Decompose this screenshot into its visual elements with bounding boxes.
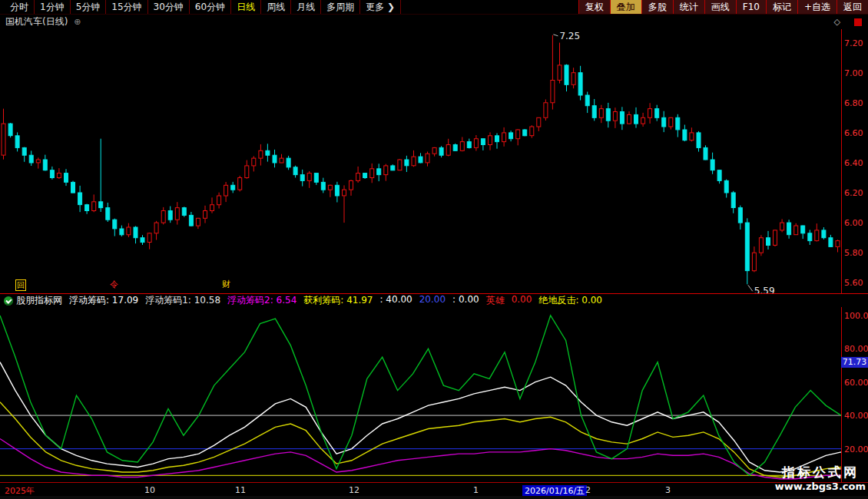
indicator-value-4: 获利筹码: 41.97 bbox=[303, 294, 373, 307]
menu-btn-8[interactable]: +自选 bbox=[797, 0, 837, 14]
indicator-value-3: 浮动筹码2: 6.54 bbox=[227, 294, 297, 307]
indicator-label-20.00: 20.00 bbox=[844, 444, 868, 454]
diamond-icon[interactable]: ◇ bbox=[834, 15, 840, 29]
indicator-last-value-badge: 71.73 bbox=[841, 357, 868, 368]
menubar: 分时1分钟5分钟15分钟30分钟60分钟日线周线月线多周期更多 ❯ 复权叠加多股… bbox=[0, 0, 868, 15]
menu-item-11[interactable]: 更多 ❯ bbox=[360, 0, 401, 14]
indicator-svg[interactable] bbox=[0, 307, 841, 482]
price-label-6.20: 6.20 bbox=[844, 188, 863, 198]
menu-btn-5[interactable]: 画线 bbox=[704, 0, 736, 14]
menu-btn-6[interactable]: F10 bbox=[736, 0, 766, 14]
time-axis: 2025年10111212026/01/16/五23 bbox=[0, 482, 868, 496]
menu-item-3[interactable]: 5分钟 bbox=[71, 0, 107, 14]
menu-item-10[interactable]: 多周期 bbox=[321, 0, 360, 14]
price-label-5.80: 5.80 bbox=[844, 248, 863, 258]
price-label-6.40: 6.40 bbox=[844, 158, 863, 168]
indicator-value-1: 浮动筹码: 17.09 bbox=[69, 294, 138, 307]
main-price-axis: 7.207.006.806.606.406.206.005.805.60 bbox=[841, 29, 868, 293]
time-axis-label-7: 2 bbox=[585, 485, 591, 495]
menu-item-4[interactable]: 15分钟 bbox=[106, 0, 147, 14]
time-axis-label-4: 12 bbox=[349, 485, 359, 495]
svg-text:7.25: 7.25 bbox=[559, 31, 580, 41]
indicator-header: 股朋指标网 浮动筹码: 17.09浮动筹码1: 10.58浮动筹码2: 6.54… bbox=[0, 293, 868, 307]
menu-btn-7[interactable]: 标记 bbox=[766, 0, 797, 14]
menu-item-9[interactable]: 月线 bbox=[291, 0, 321, 14]
indicator-value-5: : 40.00 bbox=[380, 294, 412, 307]
menu-item-6[interactable]: 60分钟 bbox=[190, 0, 231, 14]
indicator-value-6: 20.00 bbox=[419, 294, 446, 307]
menu-item-2[interactable]: 1分钟 bbox=[35, 0, 71, 14]
price-label-7.00: 7.00 bbox=[844, 68, 863, 78]
indicator-value-9: 0.00 bbox=[512, 294, 532, 307]
menu-btn-4[interactable]: 统计 bbox=[673, 0, 704, 14]
indicator-value-10: 绝地反击: 0.00 bbox=[538, 294, 602, 307]
menu-btn-9[interactable]: 返回 bbox=[837, 0, 868, 14]
menubar-right: 复权叠加多股统计画线F10标记+自选返回 bbox=[578, 0, 868, 14]
time-axis-label-1: 2025年 bbox=[5, 485, 35, 497]
indicator-values: 浮动筹码: 17.09浮动筹码1: 10.58浮动筹码2: 6.54获利筹码: … bbox=[69, 294, 602, 307]
time-axis-label-8: 3 bbox=[665, 485, 671, 495]
price-label-6.80: 6.80 bbox=[844, 98, 863, 108]
chart-markers: 回令财 bbox=[0, 278, 841, 292]
indicator-logo-icon bbox=[4, 296, 13, 306]
menu-item-1[interactable]: 分时 bbox=[5, 0, 35, 14]
stock-info-expand-icon[interactable]: ⊕ bbox=[74, 17, 81, 27]
time-axis-label-2: 10 bbox=[144, 485, 155, 495]
price-label-7.20: 7.20 bbox=[844, 38, 863, 48]
indicator-logo-text: 股朋指标网 bbox=[16, 294, 62, 307]
time-axis-label-3: 11 bbox=[235, 485, 246, 495]
bottom-strip bbox=[0, 496, 868, 499]
menu-item-7[interactable]: 日线 bbox=[231, 0, 261, 14]
indicator-label-100.0: 100.0 bbox=[844, 311, 868, 321]
indicator-value-8: 英雄 bbox=[486, 294, 505, 307]
menu-item-8[interactable]: 周线 bbox=[261, 0, 291, 14]
indicator-panel[interactable] bbox=[0, 307, 841, 482]
indicator-label-40.00: 40.00 bbox=[844, 411, 868, 421]
main-candlestick-chart[interactable]: 7.255.59 回令财 bbox=[0, 29, 841, 293]
axis-divider-line bbox=[841, 29, 842, 482]
chart-marker-3: 财 bbox=[222, 279, 230, 289]
chart-marker-1: 回 bbox=[15, 279, 26, 291]
indicator-label-80.00: 80.00 bbox=[844, 344, 868, 354]
watermark: 指标公式网 www.zbgs3.com bbox=[775, 464, 866, 493]
menubar-left: 分时1分钟5分钟15分钟30分钟60分钟日线周线月线多周期更多 ❯ bbox=[0, 0, 401, 14]
time-axis-label-5: 1 bbox=[473, 485, 479, 495]
menu-item-5[interactable]: 30分钟 bbox=[148, 0, 190, 14]
candlestick-svg[interactable]: 7.255.59 bbox=[0, 29, 841, 293]
titlebar: 国机汽车(日线) ⊕ ◇ bbox=[0, 15, 868, 29]
chart-marker-2: 令 bbox=[110, 279, 118, 289]
menu-btn-1[interactable]: 复权 bbox=[578, 0, 610, 14]
watermark-line2: www.zbgs3.com bbox=[775, 481, 866, 493]
stock-title: 国机汽车(日线) bbox=[5, 16, 68, 27]
menu-btn-3[interactable]: 多股 bbox=[641, 0, 673, 14]
price-label-6.00: 6.00 bbox=[844, 218, 863, 228]
indicator-label-60.00: 60.00 bbox=[844, 378, 868, 388]
red-marker-icon[interactable] bbox=[854, 18, 862, 26]
menu-btn-2[interactable]: 叠加 bbox=[610, 0, 641, 14]
indicator-value-7: : 0.00 bbox=[452, 294, 479, 307]
price-label-5.60: 5.60 bbox=[844, 278, 863, 288]
watermark-line1: 指标公式网 bbox=[775, 464, 866, 481]
indicator-axis: 71.73 100.080.0060.0040.0020.00 bbox=[841, 307, 868, 482]
price-label-6.60: 6.60 bbox=[844, 128, 863, 138]
indicator-logo: 股朋指标网 bbox=[4, 294, 62, 307]
indicator-value-2: 浮动筹码1: 10.58 bbox=[145, 294, 220, 307]
time-axis-label-6: 2026/01/16/五 bbox=[522, 485, 587, 497]
